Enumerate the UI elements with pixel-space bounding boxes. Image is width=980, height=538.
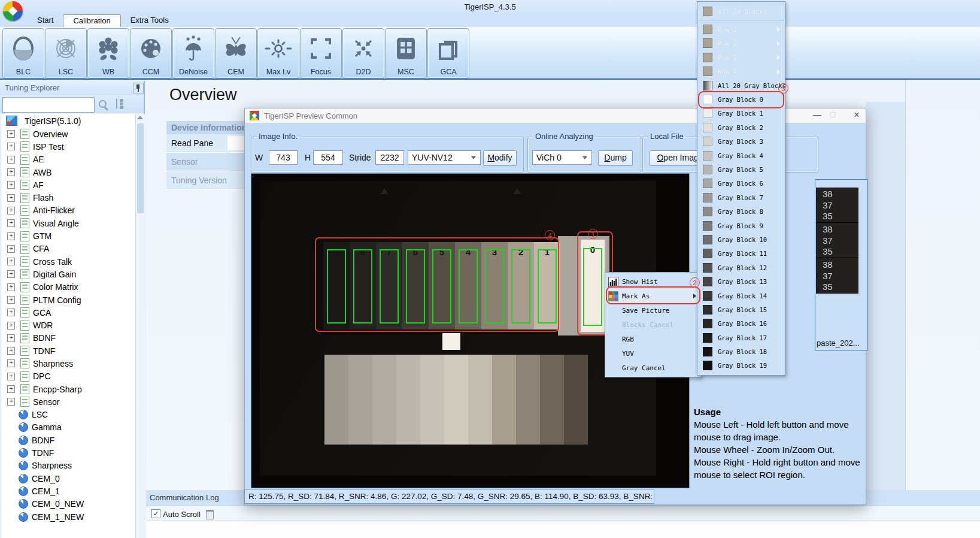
tree-item-visual-angle-7[interactable]: +Visual Angle <box>1 217 135 229</box>
tree-leaf-tdnf-3[interactable]: TDNF <box>1 446 135 459</box>
expand-icon[interactable]: + <box>7 359 15 367</box>
tree-item-pltm-config-13[interactable]: +PLTM Config <box>1 294 135 306</box>
submenu-item-gray-block-13[interactable]: Gray Block 13 <box>697 274 785 288</box>
minimize-button[interactable]: — <box>810 110 824 122</box>
tree-leaf-sharpness-4[interactable]: Sharpness <box>1 460 135 472</box>
submenu-item-all-20-gray-blocks[interactable]: All 20 Gray Blocks <box>697 78 785 92</box>
tree-item-cfa-9[interactable]: +CFA <box>1 243 135 255</box>
tree-item-encpp-sharp-20[interactable]: +Encpp-Sharp <box>1 383 135 395</box>
tree-item-cross-talk-10[interactable]: +Cross Talk <box>1 255 135 268</box>
search-input[interactable] <box>2 97 95 113</box>
tree-item-af-4[interactable]: +AF <box>1 179 135 191</box>
scroll-up-icon[interactable] <box>137 116 143 119</box>
tree-leaf-cem-1-6[interactable]: CEM_1 <box>1 485 135 497</box>
submenu-item-gray-block-9[interactable]: Gray Block 9 <box>697 219 785 232</box>
submenu-item-gray-block-14[interactable]: Gray Block 14 <box>697 289 785 303</box>
tree-leaf-cem-0-5[interactable]: CEM_0 <box>1 472 135 485</box>
tree-item-color-matrix-12[interactable]: +Color Matrix <box>1 281 135 294</box>
expand-icon[interactable]: + <box>7 283 15 291</box>
submenu-item-gray-block-12[interactable]: Gray Block 12 <box>697 261 785 274</box>
ribbon-button-max-lv[interactable]: Max Lv <box>257 28 299 78</box>
ribbon-button-focus[interactable]: Focus <box>300 28 342 78</box>
submenu-item-gray-block-2[interactable]: Gray Block 2 <box>697 120 785 134</box>
tree-item-dpc-19[interactable]: +DPC <box>1 370 135 383</box>
tree-item-flash-5[interactable]: +Flash <box>1 191 135 204</box>
tree-leaf-gamma-1[interactable]: Gamma <box>1 421 135 434</box>
tree-item-wdr-15[interactable]: +WDR <box>1 319 135 331</box>
tree-item-sharpness-18[interactable]: +Sharpness <box>1 357 135 370</box>
close-button[interactable]: × <box>849 110 864 122</box>
menu-item-rgb[interactable]: RGB <box>605 332 701 346</box>
tree-item-gtm-8[interactable]: +GTM <box>1 229 135 242</box>
tree-item-isp-test-1[interactable]: +ISP Test <box>1 140 135 153</box>
trash-icon[interactable] <box>206 510 214 519</box>
tree-item-sensor-21[interactable]: +Sensor <box>1 395 135 408</box>
channel-select[interactable]: ViCh 0 <box>532 150 592 165</box>
ribbon-button-ccm[interactable]: CCM <box>130 28 172 78</box>
submenu-item-gray-block-19[interactable]: Gray Block 19 <box>697 359 785 373</box>
ribbon-button-denoise[interactable]: DeNoise <box>172 28 214 78</box>
expand-icon[interactable]: + <box>7 322 15 330</box>
app-logo-icon[interactable] <box>3 1 23 21</box>
expand-icon[interactable]: + <box>7 258 15 265</box>
tree-leaf-cem-0-new-7[interactable]: CEM_0_NEW <box>1 498 135 510</box>
tree-item-tdnf-17[interactable]: +TDNF <box>1 344 135 357</box>
submenu-item-gray-block-11[interactable]: Gray Block 11 <box>697 247 785 261</box>
maximize-button[interactable]: □ <box>826 110 840 122</box>
format-select[interactable]: YUV-NV12 <box>408 150 481 165</box>
expand-icon[interactable]: + <box>7 232 15 240</box>
expand-icon[interactable]: + <box>7 207 15 214</box>
tree-item-gca-14[interactable]: +GCA <box>1 306 135 319</box>
menu-item-gray-cancel[interactable]: Gray Cancel <box>605 361 701 375</box>
expand-icon[interactable]: + <box>7 130 15 138</box>
auto-scroll-checkbox[interactable]: ✓ <box>151 509 160 518</box>
submenu-item-gray-block-10[interactable]: Gray Block 10 <box>697 232 785 246</box>
expand-icon[interactable]: + <box>7 398 15 406</box>
sidebar-scrollbar[interactable] <box>135 114 145 538</box>
ribbon-button-wb[interactable]: WB <box>87 28 129 78</box>
tab-calibration[interactable]: Calibration <box>63 14 120 27</box>
search-icon[interactable] <box>99 100 107 108</box>
submenu-item-gray-block-5[interactable]: Gray Block 5 <box>697 162 785 176</box>
tab-extra-tools[interactable]: Extra Tools <box>121 14 178 27</box>
submenu-item-gray-block-1[interactable]: Gray Block 1 <box>697 107 785 120</box>
scrollbar-thumb[interactable] <box>137 123 144 213</box>
submenu-item-gray-block-18[interactable]: Gray Block 18 <box>697 344 785 358</box>
submenu-item-gray-block-16[interactable]: Gray Block 16 <box>697 317 785 331</box>
tree-filter-icon[interactable] <box>116 99 126 108</box>
submenu-item-gray-block-8[interactable]: Gray Block 8 <box>697 204 785 218</box>
submenu-item-gray-block-6[interactable]: Gray Block 6 <box>697 177 785 191</box>
expand-icon[interactable]: + <box>7 296 15 304</box>
pin-icon[interactable] <box>133 83 144 93</box>
tree-item-digital-gain-11[interactable]: +Digital Gain <box>1 268 135 280</box>
submenu-item-gray-block-4[interactable]: Gray Block 4 <box>697 149 785 162</box>
tree-item-anti-flicker-6[interactable]: +Anti-Flicker <box>1 204 135 217</box>
submenu-item-gray-block-3[interactable]: Gray Block 3 <box>697 135 785 149</box>
file-list-item[interactable]: 383735383735383735 paste_202... <box>815 179 868 350</box>
tab-start[interactable]: Start <box>28 14 63 27</box>
dump-button[interactable]: Dump <box>598 150 633 166</box>
ribbon-button-lsc[interactable]: LSC <box>45 28 87 78</box>
ribbon-button-cem[interactable]: CEM <box>215 28 257 78</box>
height-field[interactable]: 554 <box>313 150 343 165</box>
expand-icon[interactable]: + <box>7 143 15 150</box>
expand-icon[interactable]: + <box>7 168 15 176</box>
expand-icon[interactable]: + <box>7 219 15 227</box>
submenu-item-gray-block-17[interactable]: Gray Block 17 <box>697 331 785 344</box>
expand-icon[interactable]: + <box>7 347 15 355</box>
ribbon-button-blc[interactable]: BLC <box>2 28 44 78</box>
ribbon-button-d2d[interactable]: D2D <box>342 28 384 78</box>
width-field[interactable]: 743 <box>269 150 298 165</box>
submenu-item-gray-block-15[interactable]: Gray Block 15 <box>697 303 785 316</box>
tree-leaf-bdnf-2[interactable]: BDNF <box>1 434 135 446</box>
expand-icon[interactable]: + <box>7 373 15 380</box>
expand-icon[interactable]: + <box>7 334 15 342</box>
tree-leaf-cem-1-new-8[interactable]: CEM_1_NEW <box>1 510 135 523</box>
modify-button[interactable]: Modify <box>483 150 517 166</box>
tree-root[interactable]: TigerISP(5.1.0) <box>1 114 135 128</box>
stride-field[interactable]: 2232 <box>375 150 404 165</box>
menu-item-yuv[interactable]: YUV <box>605 346 701 361</box>
tree-leaf-lsc-0[interactable]: LSC <box>1 409 135 421</box>
expand-icon[interactable]: + <box>7 270 15 278</box>
expand-icon[interactable]: + <box>7 309 15 316</box>
